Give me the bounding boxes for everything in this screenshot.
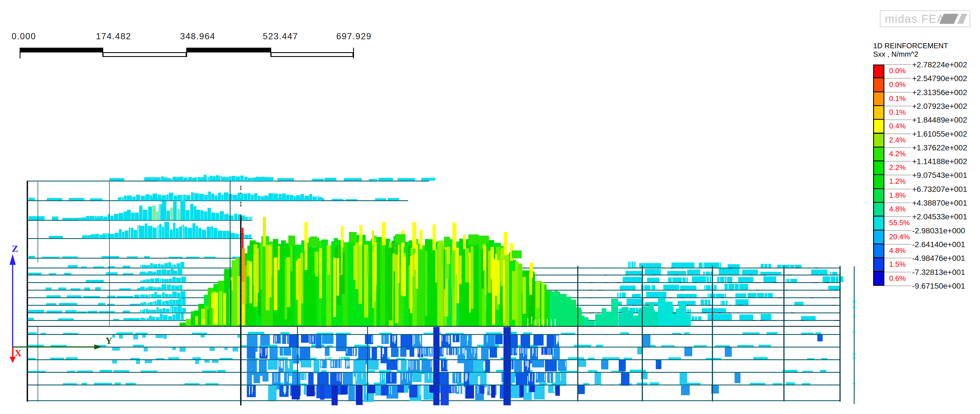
legend-leader-line bbox=[885, 202, 911, 203]
legend-percent-label: 4.8% bbox=[889, 246, 906, 255]
legend-leader-line bbox=[885, 64, 911, 65]
logo-text: midas FEA bbox=[885, 13, 945, 25]
legend-leader-line bbox=[885, 175, 911, 175]
fea-viewport[interactable]: 0.000 174.482 348.964 523.447 697.929 mi… bbox=[0, 0, 980, 414]
legend-value-label: -9.67150e+001 bbox=[912, 282, 965, 291]
legend-value-label: +2.04533e+001 bbox=[912, 212, 967, 221]
legend-leader-line bbox=[885, 92, 911, 92]
legend-percent-label: 20.4% bbox=[889, 232, 910, 241]
legend-leader-line bbox=[885, 147, 911, 148]
legend-leader-line bbox=[885, 230, 911, 231]
legend-scale: 0.0%+2.78224e+0020.0%+2.54790e+0020.1%+2… bbox=[873, 65, 980, 289]
legend-value-label: +2.31356e+002 bbox=[912, 88, 967, 97]
legend-leader-line bbox=[885, 161, 911, 162]
legend-leader-line bbox=[885, 78, 911, 78]
scale-bar-segment bbox=[270, 52, 353, 57]
legend-percent-label: 0.6% bbox=[889, 274, 906, 283]
legend-color-cell bbox=[873, 271, 885, 286]
legend-leader-line bbox=[885, 272, 911, 272]
scale-bar-tick bbox=[102, 48, 103, 57]
legend-color-cell bbox=[873, 105, 885, 120]
scale-tick-label: 697.929 bbox=[336, 32, 372, 41]
scale-bar-tick bbox=[20, 48, 21, 58]
legend-color-cell bbox=[873, 188, 885, 203]
legend-color-cell bbox=[873, 216, 885, 230]
legend-percent-label: 4.2% bbox=[889, 150, 906, 158]
y-axis-label: Y bbox=[105, 336, 113, 346]
scale-bar: 0.000 174.482 348.964 523.447 697.929 bbox=[0, 0, 393, 65]
legend-value-label: -7.32813e+001 bbox=[912, 268, 965, 277]
legend-percent-label: 4.8% bbox=[889, 205, 906, 213]
legend-leader-line bbox=[885, 216, 911, 217]
scale-bar-segment bbox=[20, 48, 103, 53]
legend-value-label: +4.38870e+001 bbox=[912, 199, 967, 207]
legend-percent-label: 0.0% bbox=[889, 67, 906, 75]
legend-percent-label: 2.2% bbox=[889, 163, 906, 172]
midas-fea-logo: midas FEA bbox=[880, 10, 970, 27]
legend-value-label: -2.98031e+000 bbox=[912, 226, 965, 235]
legend-percent-label: 0.1% bbox=[889, 94, 906, 103]
z-axis-label: Z bbox=[12, 244, 18, 254]
legend-percent-label: 55.5% bbox=[889, 218, 910, 227]
legend-value-label: -2.64140e+001 bbox=[912, 240, 965, 249]
legend-subtitle: Sxx , N/mm^2 bbox=[873, 50, 980, 58]
legend-color-cell bbox=[873, 91, 885, 106]
scale-bar-tick bbox=[270, 48, 271, 57]
legend-color-cell bbox=[873, 119, 885, 134]
legend-color-cell bbox=[873, 77, 885, 92]
legend-value-label: +9.07543e+001 bbox=[912, 171, 967, 180]
legend-color-cell bbox=[873, 65, 885, 79]
legend-leader-line bbox=[885, 244, 911, 245]
scale-bar-tick bbox=[353, 48, 354, 58]
legend-value-label: +1.37622e+002 bbox=[912, 143, 967, 152]
legend-color-cell bbox=[873, 161, 885, 175]
legend-leader-line bbox=[885, 258, 911, 258]
legend-color-cell bbox=[873, 202, 885, 217]
legend-percent-label: 0.1% bbox=[889, 108, 906, 117]
legend-percent-label: 0.4% bbox=[889, 122, 906, 131]
legend-percent-label: 1.5% bbox=[889, 260, 906, 269]
legend-color-cell bbox=[873, 244, 885, 258]
legend-value-label: -4.98476e+001 bbox=[912, 254, 965, 263]
legend-leader-line bbox=[885, 134, 911, 134]
contour-legend: 1D REINFORCEMENT Sxx , N/mm^2 0.0%+2.782… bbox=[873, 41, 980, 294]
legend-color-cell bbox=[873, 147, 885, 161]
legend-value-label: +1.61055e+002 bbox=[912, 130, 967, 139]
legend-leader-line bbox=[885, 189, 911, 189]
legend-leader-line bbox=[885, 119, 911, 120]
legend-color-cell bbox=[873, 174, 885, 189]
scale-tick-label: 348.964 bbox=[180, 32, 215, 41]
legend-color-cell bbox=[873, 257, 885, 272]
legend-color-cell bbox=[873, 133, 885, 148]
legend-title: 1D REINFORCEMENT bbox=[873, 41, 980, 50]
x-axis-label: X bbox=[14, 348, 22, 358]
legend-percent-label: 1.2% bbox=[889, 177, 906, 186]
logo-slash-icon bbox=[957, 14, 967, 24]
scale-tick-label: 0.000 bbox=[11, 32, 36, 41]
scale-tick-label: 523.447 bbox=[263, 32, 298, 41]
legend-percent-label: 0.0% bbox=[889, 80, 906, 89]
legend-leader-line bbox=[885, 285, 911, 286]
legend-percent-label: 1.8% bbox=[889, 191, 906, 200]
legend-color-cell bbox=[873, 230, 885, 244]
legend-value-label: +2.54790e+002 bbox=[912, 74, 967, 83]
scale-bar-segment bbox=[103, 52, 186, 57]
legend-value-label: +1.84489e+002 bbox=[912, 116, 967, 124]
scale-bar-tick bbox=[186, 48, 187, 57]
legend-value-label: +1.14188e+002 bbox=[912, 157, 967, 166]
legend-percent-label: 2.4% bbox=[889, 136, 906, 145]
legend-value-label: +2.78224e+002 bbox=[912, 60, 967, 69]
legend-value-label: +6.73207e+001 bbox=[912, 185, 967, 194]
scale-bar-segment bbox=[186, 48, 270, 53]
legend-value-label: +2.07923e+002 bbox=[912, 102, 967, 111]
scale-tick-label: 174.482 bbox=[96, 32, 131, 41]
legend-leader-line bbox=[885, 106, 911, 106]
